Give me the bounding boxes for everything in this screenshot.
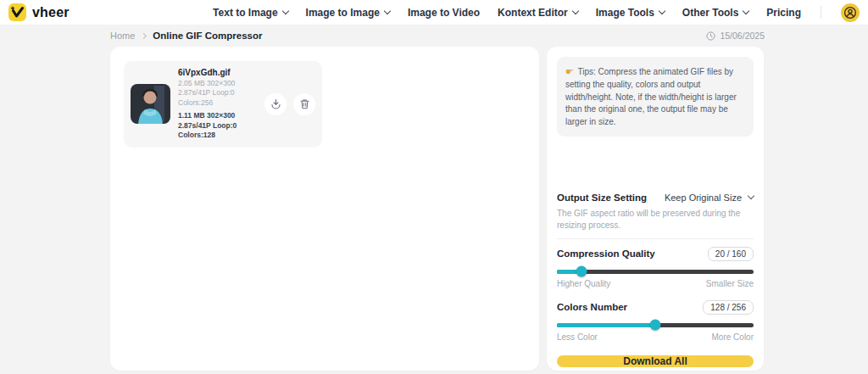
nav-other-tools[interactable]: Other Tools [682,7,748,19]
chevron-down-icon [281,8,288,14]
chevron-down-icon [743,8,749,14]
colors-number-slider[interactable] [557,323,754,327]
original-file-info: 2.05 MB 302×300 2.87s/41P Loop:0 Colors:… [178,79,264,108]
breadcrumb-home-link[interactable]: Home [110,31,135,41]
nav-image-tools[interactable]: Image Tools [596,7,665,19]
user-circle-icon [843,6,857,20]
clock-icon [706,31,715,41]
compression-quality-label: Compression Quality [557,248,655,259]
quality-right-hint: Smaller Size [706,279,754,288]
file-actions [264,93,315,115]
tips-box: ☛ Tips: Compress the animated GIF files … [557,57,754,137]
slider-fill [557,323,655,327]
brand-name: vheer [32,5,70,20]
download-icon [270,98,281,109]
gif-file-item: 6iVpxGdh.gif 2.05 MB 302×300 2.87s/41P L… [124,61,322,148]
compression-quality-group: Compression Quality 20 / 160 Higher Qual… [557,238,754,288]
download-all-button[interactable]: Download All [557,355,754,367]
colors-right-hint: More Color [712,332,754,342]
brand-logo[interactable]: vheer [8,3,70,21]
colors-number-label: Colors Number [557,302,627,312]
colors-number-group: Colors Number 128 / 256 Less Color More … [557,300,754,342]
quality-left-hint: Higher Quality [557,279,610,288]
nav-pricing[interactable]: Pricing [766,7,801,19]
page: vheer Text to Image Image to Image Image… [0,0,868,374]
vheer-logo-icon [8,3,26,21]
date-text: 15/06/2025 [720,31,765,41]
breadcrumb-row: Home Online GIF Compressor 15/06/2025 [110,29,765,42]
chevron-right-icon [141,32,147,38]
main-content: 6iVpxGdh.gif 2.05 MB 302×300 2.87s/41P L… [110,47,868,371]
colors-number-slider-thumb[interactable] [650,320,661,331]
colors-number-value: 128 / 256 [703,300,754,315]
compression-quality-slider[interactable] [557,270,754,274]
output-size-row: Output Size Setting Keep Original Size [557,193,754,203]
download-file-button[interactable] [264,93,287,115]
chevron-down-icon [571,8,578,14]
settings-panel: ☛ Tips: Compress the animated GIF files … [547,47,764,371]
chevron-down-icon [748,193,754,199]
breadcrumb: Home Online GIF Compressor [110,31,262,41]
output-size-label: Output Size Setting [557,193,647,203]
date-display: 15/06/2025 [706,31,765,41]
colors-left-hint: Less Color [557,332,598,342]
nav-kontext-editor[interactable]: Kontext Editor [498,7,578,19]
pointing-hand-icon: ☛ [565,66,574,76]
delete-file-button[interactable] [293,93,315,115]
tips-text: Tips: Compress the animated GIF files by… [565,67,737,126]
gif-thumbnail [131,84,170,124]
nav-text-to-image[interactable]: Text to Image [213,7,287,19]
output-size-description: The GIF aspect ratio will be preserved d… [557,208,754,232]
compression-quality-value: 20 / 160 [708,247,754,261]
compressed-file-info: 1.11 MB 302×300 2.87s/41P Loop:0 Colors:… [178,111,264,140]
chevron-down-icon [659,8,665,14]
nav-image-to-video[interactable]: Image to Video [408,7,480,19]
file-info: 6iVpxGdh.gif 2.05 MB 302×300 2.87s/41P L… [178,68,264,141]
chevron-down-icon [384,8,391,14]
file-list-panel: 6iVpxGdh.gif 2.05 MB 302×300 2.87s/41P L… [110,47,539,371]
nav-image-to-image[interactable]: Image to Image [306,7,390,19]
compression-quality-slider-thumb[interactable] [576,266,587,277]
file-name: 6iVpxGdh.gif [178,68,264,77]
output-size-select[interactable]: Keep Original Size [665,193,754,203]
account-button[interactable] [841,3,860,22]
top-navigation-bar: vheer Text to Image Image to Image Image… [0,0,868,25]
trash-icon [299,98,310,109]
output-size-selected-value: Keep Original Size [665,193,742,203]
nav-divider [821,6,821,19]
main-nav: Text to Image Image to Image Image to Vi… [213,3,860,22]
breadcrumb-current: Online GIF Compressor [153,31,262,41]
